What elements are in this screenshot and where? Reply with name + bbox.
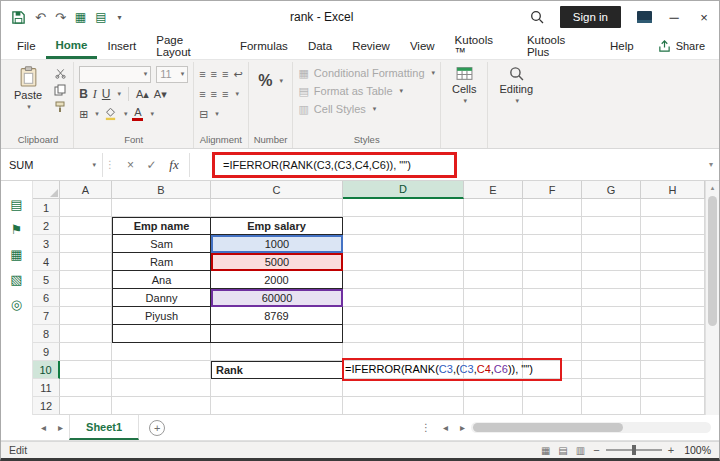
save-icon[interactable]: [11, 10, 26, 25]
row-header-10-selected[interactable]: 10: [33, 361, 60, 379]
cell[interactable]: [60, 199, 112, 217]
bold-button[interactable]: B: [79, 87, 88, 101]
minimize-button[interactable]: ─: [659, 1, 689, 33]
cell[interactable]: [211, 397, 343, 415]
new-sheet-button[interactable]: +: [149, 420, 165, 436]
cell[interactable]: [582, 325, 641, 343]
cell[interactable]: [60, 217, 112, 235]
cell[interactable]: [523, 397, 582, 415]
cell[interactable]: [523, 271, 582, 289]
align-left-icon[interactable]: ≡: [199, 88, 205, 100]
formula-input[interactable]: =IFERROR(RANK(C3,(C3,C4,C6)), ""): [212, 152, 457, 178]
cell[interactable]: [343, 271, 464, 289]
scroll-left-icon[interactable]: ◂: [437, 415, 454, 440]
underline-dropdown-icon[interactable]: ▾: [117, 90, 121, 98]
search-icon[interactable]: [522, 1, 552, 33]
zoom-in-icon[interactable]: +: [668, 444, 674, 456]
cell-B6[interactable]: Danny: [112, 289, 211, 307]
cell[interactable]: [343, 217, 464, 235]
cancel-icon[interactable]: ×: [121, 158, 140, 172]
zoom-out-icon[interactable]: −: [593, 444, 599, 456]
row-header-5[interactable]: 5: [33, 271, 60, 289]
cell[interactable]: [60, 235, 112, 253]
cell-C8[interactable]: [211, 325, 343, 343]
cell-B2-emp-name-header[interactable]: Emp name: [112, 217, 211, 235]
cell[interactable]: [641, 361, 705, 379]
scrollbar-splitter-icon[interactable]: ⋮: [415, 415, 437, 440]
kutools-qat-icon-1[interactable]: ▦: [75, 10, 86, 24]
cell[interactable]: [523, 343, 582, 361]
redo-icon[interactable]: ↷: [55, 10, 66, 25]
cell[interactable]: [464, 343, 523, 361]
cell[interactable]: [582, 235, 641, 253]
merge-center-icon[interactable]: ⊟: [199, 108, 208, 121]
cell[interactable]: [582, 289, 641, 307]
name-box[interactable]: SUM ▾: [3, 153, 103, 177]
column-header-C[interactable]: C: [211, 181, 343, 199]
scroll-up-icon[interactable]: ▴: [711, 181, 715, 194]
format-as-table-button[interactable]: ▤ Format as Table ▾: [298, 82, 435, 100]
cell-C4-highlighted[interactable]: 5000: [211, 253, 343, 271]
cell-D10-active-formula[interactable]: =IFERROR(RANK(C3,(C3,C4,C6)), ""): [343, 361, 464, 379]
cell[interactable]: [641, 217, 705, 235]
column-header-G[interactable]: G: [582, 181, 641, 199]
row-header-2[interactable]: 2: [33, 217, 60, 235]
cell[interactable]: [582, 217, 641, 235]
undo-icon[interactable]: ↶: [35, 10, 46, 25]
decrease-font-size-icon[interactable]: A▾: [154, 88, 167, 101]
cell[interactable]: [60, 253, 112, 271]
zoom-slider-thumb[interactable]: [632, 445, 636, 455]
cell[interactable]: [464, 397, 523, 415]
cell[interactable]: [60, 289, 112, 307]
sign-in-button[interactable]: Sign in: [560, 6, 621, 28]
cell-B8[interactable]: [112, 325, 211, 343]
cell[interactable]: [523, 307, 582, 325]
cell[interactable]: [464, 289, 523, 307]
previous-sheet-icon[interactable]: ◂: [35, 415, 52, 440]
cell[interactable]: [60, 271, 112, 289]
cell[interactable]: [112, 397, 211, 415]
cell[interactable]: [641, 379, 705, 397]
cell-C6-highlighted[interactable]: 60000: [211, 289, 343, 307]
column-header-E[interactable]: E: [464, 181, 523, 199]
cell[interactable]: [343, 253, 464, 271]
number-group-label[interactable]: Number: [254, 133, 288, 148]
cell[interactable]: [60, 325, 112, 343]
row-header-1[interactable]: 1: [33, 199, 60, 217]
cut-icon[interactable]: [52, 67, 68, 79]
cell[interactable]: [464, 199, 523, 217]
tab-review[interactable]: Review: [342, 33, 400, 59]
align-center-icon[interactable]: ≡: [211, 88, 217, 100]
close-button[interactable]: ×: [689, 1, 719, 33]
tab-file[interactable]: File: [7, 33, 46, 59]
column-header-B[interactable]: B: [112, 181, 211, 199]
row-header-4[interactable]: 4: [33, 253, 60, 271]
align-middle-icon[interactable]: ≡: [211, 68, 217, 80]
italic-button[interactable]: I: [93, 87, 97, 102]
cell[interactable]: [582, 397, 641, 415]
kutools-qat-icon-2[interactable]: ▤: [95, 10, 106, 24]
cell[interactable]: [60, 343, 112, 361]
cell[interactable]: [582, 361, 641, 379]
alignment-group-label[interactable]: Alignment: [199, 133, 242, 148]
cell[interactable]: [343, 307, 464, 325]
cell[interactable]: [582, 343, 641, 361]
vertical-scrollbar[interactable]: ▴: [705, 181, 719, 415]
row-header-9[interactable]: 9: [33, 343, 60, 361]
horizontal-scrollbar[interactable]: [471, 422, 711, 433]
tab-formulas[interactable]: Formulas: [230, 33, 298, 59]
tab-help[interactable]: Help: [600, 33, 644, 59]
cell[interactable]: [211, 199, 343, 217]
tab-kutools-plus[interactable]: Kutools Plus: [517, 33, 600, 59]
column-header-H[interactable]: H: [641, 181, 705, 199]
cell[interactable]: [582, 199, 641, 217]
font-size-select[interactable]: 11▾: [156, 66, 188, 83]
share-button[interactable]: Share: [644, 33, 719, 59]
cell-C10-rank-label[interactable]: Rank: [211, 361, 343, 379]
row-header-8[interactable]: 8: [33, 325, 60, 343]
paste-button[interactable]: Paste ▾: [8, 64, 48, 113]
tab-kutools[interactable]: Kutools ™: [445, 33, 517, 59]
styles-group-label[interactable]: Styles: [298, 133, 435, 148]
cell[interactable]: [60, 361, 112, 379]
cell-styles-button[interactable]: ▥ Cell Styles ▾: [298, 100, 435, 118]
